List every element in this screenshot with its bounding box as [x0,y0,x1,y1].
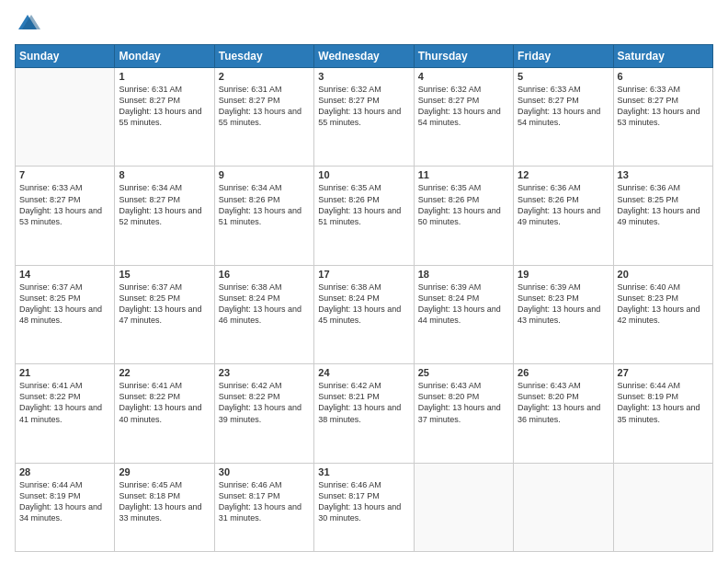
day-number: 5 [518,71,609,82]
day-number: 2 [219,71,310,82]
cell-info: Sunrise: 6:46 AMSunset: 8:17 PMDaylight:… [318,479,409,524]
calendar-cell: 19Sunrise: 6:39 AMSunset: 8:23 PMDayligh… [514,265,613,363]
cell-info: Sunrise: 6:33 AMSunset: 8:27 PMDaylight:… [19,182,110,227]
cell-info: Sunrise: 6:36 AMSunset: 8:26 PMDaylight:… [518,182,609,227]
calendar-cell: 31Sunrise: 6:46 AMSunset: 8:17 PMDayligh… [314,463,414,551]
day-number: 6 [618,71,709,82]
calendar-day-header: Tuesday [214,45,313,68]
day-number: 31 [318,466,409,477]
day-number: 23 [219,367,310,378]
cell-info: Sunrise: 6:39 AMSunset: 8:24 PMDaylight:… [418,282,509,327]
day-number: 16 [219,269,310,280]
calendar-cell: 8Sunrise: 6:34 AMSunset: 8:27 PMDaylight… [115,167,214,265]
cell-info: Sunrise: 6:32 AMSunset: 8:27 PMDaylight:… [418,84,509,129]
calendar-cell: 20Sunrise: 6:40 AMSunset: 8:23 PMDayligh… [613,265,712,363]
calendar-cell: 3Sunrise: 6:32 AMSunset: 8:27 PMDaylight… [314,68,414,167]
day-number: 3 [318,71,409,82]
calendar-cell: 7Sunrise: 6:33 AMSunset: 8:27 PMDaylight… [16,167,115,265]
cell-info: Sunrise: 6:34 AMSunset: 8:27 PMDaylight:… [119,182,210,227]
calendar-cell: 22Sunrise: 6:41 AMSunset: 8:22 PMDayligh… [115,364,214,463]
day-number: 11 [418,169,509,180]
cell-info: Sunrise: 6:35 AMSunset: 8:26 PMDaylight:… [318,182,409,227]
calendar-day-header: Wednesday [314,45,414,68]
calendar-cell: 5Sunrise: 6:33 AMSunset: 8:27 PMDaylight… [514,68,613,167]
calendar-day-header: Thursday [414,45,513,68]
day-number: 1 [119,71,210,82]
calendar-cell: 29Sunrise: 6:45 AMSunset: 8:18 PMDayligh… [115,463,214,551]
calendar-day-header: Monday [115,45,214,68]
calendar-cell: 11Sunrise: 6:35 AMSunset: 8:26 PMDayligh… [414,167,513,265]
cell-info: Sunrise: 6:38 AMSunset: 8:24 PMDaylight:… [219,282,310,327]
cell-info: Sunrise: 6:41 AMSunset: 8:22 PMDaylight:… [119,380,210,425]
calendar-cell: 30Sunrise: 6:46 AMSunset: 8:17 PMDayligh… [214,463,313,551]
header [15,11,713,37]
cell-info: Sunrise: 6:31 AMSunset: 8:27 PMDaylight:… [119,84,210,129]
cell-info: Sunrise: 6:34 AMSunset: 8:26 PMDaylight:… [219,182,310,227]
day-number: 19 [518,269,609,280]
cell-info: Sunrise: 6:33 AMSunset: 8:27 PMDaylight:… [618,84,709,129]
day-number: 20 [618,269,709,280]
day-number: 27 [618,367,709,378]
day-number: 28 [19,466,110,477]
calendar-cell: 27Sunrise: 6:44 AMSunset: 8:19 PMDayligh… [613,364,712,463]
day-number: 9 [219,169,310,180]
cell-info: Sunrise: 6:37 AMSunset: 8:25 PMDaylight:… [119,282,210,327]
calendar-day-header: Saturday [613,45,712,68]
calendar-cell: 23Sunrise: 6:42 AMSunset: 8:22 PMDayligh… [214,364,313,463]
day-number: 29 [119,466,210,477]
day-number: 21 [19,367,110,378]
cell-info: Sunrise: 6:38 AMSunset: 8:24 PMDaylight:… [318,282,409,327]
day-number: 4 [418,71,509,82]
calendar-cell: 10Sunrise: 6:35 AMSunset: 8:26 PMDayligh… [314,167,414,265]
calendar-cell: 15Sunrise: 6:37 AMSunset: 8:25 PMDayligh… [115,265,214,363]
cell-info: Sunrise: 6:45 AMSunset: 8:18 PMDaylight:… [119,479,210,524]
cell-info: Sunrise: 6:44 AMSunset: 8:19 PMDaylight:… [618,380,709,425]
calendar-cell: 1Sunrise: 6:31 AMSunset: 8:27 PMDaylight… [115,68,214,167]
cell-info: Sunrise: 6:32 AMSunset: 8:27 PMDaylight:… [318,84,409,129]
calendar-cell: 16Sunrise: 6:38 AMSunset: 8:24 PMDayligh… [214,265,313,363]
calendar-cell [613,463,712,551]
calendar-cell: 21Sunrise: 6:41 AMSunset: 8:22 PMDayligh… [16,364,115,463]
day-number: 13 [618,169,709,180]
calendar-cell [16,68,115,167]
day-number: 12 [518,169,609,180]
day-number: 10 [318,169,409,180]
calendar-day-header: Friday [514,45,613,68]
calendar-cell: 9Sunrise: 6:34 AMSunset: 8:26 PMDaylight… [214,167,313,265]
cell-info: Sunrise: 6:42 AMSunset: 8:21 PMDaylight:… [318,380,409,425]
calendar-cell: 26Sunrise: 6:43 AMSunset: 8:20 PMDayligh… [514,364,613,463]
calendar-cell: 6Sunrise: 6:33 AMSunset: 8:27 PMDaylight… [613,68,712,167]
calendar-week-row: 1Sunrise: 6:31 AMSunset: 8:27 PMDaylight… [16,68,713,167]
day-number: 14 [19,269,110,280]
calendar-cell: 2Sunrise: 6:31 AMSunset: 8:27 PMDaylight… [214,68,313,167]
page: SundayMondayTuesdayWednesdayThursdayFrid… [0,0,728,563]
calendar-cell [514,463,613,551]
calendar-cell: 14Sunrise: 6:37 AMSunset: 8:25 PMDayligh… [16,265,115,363]
cell-info: Sunrise: 6:44 AMSunset: 8:19 PMDaylight:… [19,479,110,524]
cell-info: Sunrise: 6:46 AMSunset: 8:17 PMDaylight:… [219,479,310,524]
day-number: 17 [318,269,409,280]
day-number: 18 [418,269,509,280]
cell-info: Sunrise: 6:37 AMSunset: 8:25 PMDaylight:… [19,282,110,327]
cell-info: Sunrise: 6:42 AMSunset: 8:22 PMDaylight:… [219,380,310,425]
cell-info: Sunrise: 6:39 AMSunset: 8:23 PMDaylight:… [518,282,609,327]
calendar-week-row: 14Sunrise: 6:37 AMSunset: 8:25 PMDayligh… [16,265,713,363]
calendar-cell: 12Sunrise: 6:36 AMSunset: 8:26 PMDayligh… [514,167,613,265]
calendar-week-row: 21Sunrise: 6:41 AMSunset: 8:22 PMDayligh… [16,364,713,463]
calendar-week-row: 7Sunrise: 6:33 AMSunset: 8:27 PMDaylight… [16,167,713,265]
cell-info: Sunrise: 6:36 AMSunset: 8:25 PMDaylight:… [618,182,709,227]
day-number: 22 [119,367,210,378]
calendar-cell: 18Sunrise: 6:39 AMSunset: 8:24 PMDayligh… [414,265,513,363]
cell-info: Sunrise: 6:43 AMSunset: 8:20 PMDaylight:… [518,380,609,425]
cell-info: Sunrise: 6:33 AMSunset: 8:27 PMDaylight:… [518,84,609,129]
calendar-cell: 24Sunrise: 6:42 AMSunset: 8:21 PMDayligh… [314,364,414,463]
cell-info: Sunrise: 6:41 AMSunset: 8:22 PMDaylight:… [19,380,110,425]
day-number: 26 [518,367,609,378]
calendar-cell: 28Sunrise: 6:44 AMSunset: 8:19 PMDayligh… [16,463,115,551]
day-number: 25 [418,367,509,378]
calendar-week-row: 28Sunrise: 6:44 AMSunset: 8:19 PMDayligh… [16,463,713,551]
calendar-cell: 25Sunrise: 6:43 AMSunset: 8:20 PMDayligh… [414,364,513,463]
calendar-table: SundayMondayTuesdayWednesdayThursdayFrid… [15,44,713,552]
calendar-cell: 13Sunrise: 6:36 AMSunset: 8:25 PMDayligh… [613,167,712,265]
calendar-day-header: Sunday [16,45,115,68]
